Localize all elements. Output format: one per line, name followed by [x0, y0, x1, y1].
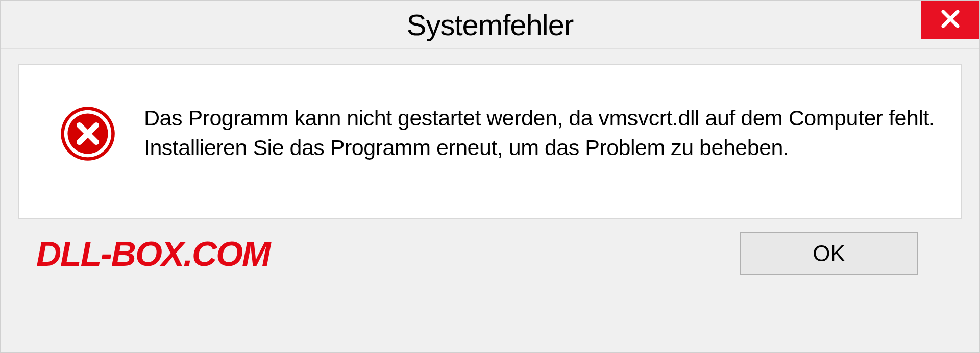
window-title: Systemfehler [407, 8, 573, 42]
error-message: Das Programm kann nicht gestartet werden… [144, 103, 936, 162]
title-bar: Systemfehler [1, 1, 979, 49]
watermark-text: DLL-BOX.COM [36, 234, 270, 273]
message-panel: Das Programm kann nicht gestartet werden… [18, 64, 962, 219]
error-icon [60, 106, 116, 162]
system-error-dialog: Systemfehler Das Programm kan [0, 0, 980, 353]
content-area: Das Programm kann nicht gestartet werden… [1, 49, 979, 352]
ok-button[interactable]: OK [740, 232, 918, 275]
close-icon [938, 7, 963, 33]
close-button[interactable] [921, 1, 979, 39]
footer-bar: DLL-BOX.COM OK [18, 219, 962, 290]
